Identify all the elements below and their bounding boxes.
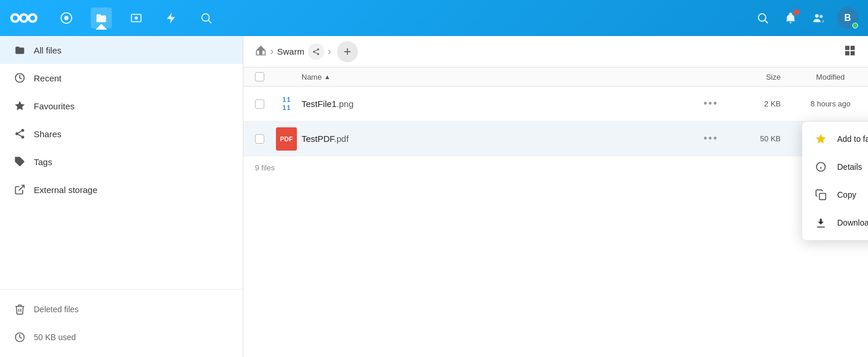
svg-point-5 [30, 16, 35, 20]
breadcrumb: › Swarm › + [243, 36, 868, 67]
row-1-actions[interactable]: ••• [699, 98, 722, 110]
nav-search-talk[interactable] [196, 8, 217, 28]
logo[interactable] [9, 8, 38, 28]
row-1-size: 2 KB [722, 99, 781, 108]
svg-point-18 [16, 133, 19, 135]
sidebar-storage-label: 50 KB used [34, 333, 76, 342]
sidebar-all-files-label: All files [34, 45, 62, 55]
nav-activity[interactable] [56, 8, 77, 28]
row-1-modified: 8 hours ago [781, 99, 856, 108]
svg-line-22 [19, 185, 24, 191]
context-menu-copy[interactable]: Copy [802, 181, 868, 209]
row-2-check[interactable] [255, 134, 276, 144]
file-list: 1 1 1 1 TestFile1.png ••• 2 KB [243, 87, 868, 156]
share-folder-button[interactable] [308, 44, 324, 60]
topbar-right: B [753, 7, 859, 29]
avatar-online-indicator [852, 23, 858, 28]
svg-point-19 [22, 135, 24, 138]
row-1-checkbox[interactable] [255, 99, 264, 109]
layout: All files Recent Favourites Shares Tags … [0, 36, 868, 357]
header-check [255, 72, 276, 81]
context-menu-download[interactable]: Download [802, 209, 868, 237]
search-icon-btn[interactable] [753, 8, 773, 28]
sidebar-external-storage-label: External storage [34, 185, 97, 195]
info-icon [814, 161, 828, 173]
svg-line-21 [18, 131, 22, 133]
breadcrumb-current-folder[interactable]: Swarm [277, 47, 304, 56]
sidebar-recent-label: Recent [34, 73, 62, 83]
sidebar-item-favourites[interactable]: Favourites [0, 92, 243, 120]
svg-point-4 [22, 16, 26, 20]
sidebar-item-tags[interactable]: Tags [0, 148, 243, 176]
sidebar-bottom: Deleted files 50 KB used [0, 289, 243, 357]
sidebar-item-shares[interactable]: Shares [0, 120, 243, 148]
header-size[interactable]: Size [722, 73, 781, 81]
svg-point-27 [317, 53, 319, 55]
sort-arrow-icon: ▲ [324, 73, 331, 80]
file-count: 9 files [255, 163, 275, 172]
nav-activity2[interactable] [161, 8, 182, 28]
svg-point-14 [815, 14, 819, 17]
row-1-check[interactable] [255, 99, 276, 109]
sidebar: All files Recent Favourites Shares Tags … [0, 36, 243, 357]
select-all-checkbox[interactable] [255, 72, 264, 81]
row-2-actions-menu[interactable]: ••• [699, 133, 722, 145]
context-menu-add-to-favourites[interactable]: Add to favourites [802, 125, 868, 153]
download-icon [814, 217, 828, 229]
add-to-favourites-label: Add to favourites [837, 134, 868, 144]
sidebar-shares-label: Shares [34, 129, 62, 139]
svg-line-29 [315, 49, 317, 51]
star-filled-icon [814, 133, 828, 145]
download-label: Download [837, 218, 868, 227]
svg-point-26 [313, 51, 315, 53]
row-1-icon: 1 1 1 1 [276, 97, 302, 111]
svg-line-20 [18, 134, 22, 136]
svg-rect-31 [851, 45, 855, 49]
sidebar-item-external-storage[interactable]: External storage [0, 176, 243, 204]
svg-point-9 [134, 16, 138, 20]
row-2-icon: PDF [276, 127, 302, 151]
sidebar-item-all-files[interactable]: All files [0, 36, 243, 64]
copy-icon [814, 189, 828, 201]
row-2-size: 50 KB [722, 134, 781, 143]
details-label: Details [837, 162, 862, 172]
avatar[interactable]: B [837, 7, 859, 29]
svg-line-11 [208, 20, 211, 23]
sidebar-item-deleted-files[interactable]: Deleted files [0, 295, 243, 323]
sidebar-item-recent[interactable]: Recent [0, 64, 243, 92]
sidebar-favourites-label: Favourites [34, 101, 75, 111]
nav-files[interactable] [91, 8, 112, 28]
sidebar-item-storage-used[interactable]: 50 KB used [0, 323, 243, 351]
header-modified[interactable]: Modified [781, 73, 856, 81]
view-toggle[interactable] [844, 44, 856, 59]
notifications-icon[interactable] [781, 8, 800, 28]
svg-rect-37 [820, 194, 826, 200]
sidebar-tags-label: Tags [34, 157, 52, 167]
table-row[interactable]: PDF TestPDF.pdf ••• 50 KB 8 hours ago [243, 122, 868, 156]
notification-badge [793, 9, 799, 15]
sidebar-deleted-files-label: Deleted files [34, 305, 79, 314]
nav-photos[interactable] [126, 8, 147, 28]
header-name[interactable]: Name ▲ [302, 73, 722, 81]
context-menu-details[interactable]: Details [802, 153, 868, 181]
copy-label: Copy [837, 190, 856, 199]
contacts-icon[interactable] [809, 8, 828, 28]
svg-point-15 [820, 15, 823, 19]
context-menu: Add to favourites Details Copy [802, 122, 868, 240]
file-footer: 9 files 56 KB [243, 156, 868, 179]
file-list-header: Name ▲ Size Modified [243, 67, 868, 87]
topbar: B [0, 0, 868, 36]
svg-point-25 [317, 48, 319, 51]
main-content: › Swarm › + [243, 36, 868, 357]
topbar-nav [56, 8, 741, 28]
svg-rect-32 [845, 51, 849, 55]
row-2-checkbox[interactable] [255, 134, 264, 144]
add-file-button[interactable]: + [337, 41, 358, 62]
row-2-name: TestPDF.pdf [302, 134, 699, 144]
home-breadcrumb[interactable] [255, 45, 267, 59]
svg-rect-30 [845, 45, 849, 49]
breadcrumb-sep-2: › [328, 45, 331, 58]
svg-point-3 [13, 16, 17, 20]
table-row[interactable]: 1 1 1 1 TestFile1.png ••• 2 KB [243, 87, 868, 122]
breadcrumb-sep-1: › [270, 45, 274, 58]
